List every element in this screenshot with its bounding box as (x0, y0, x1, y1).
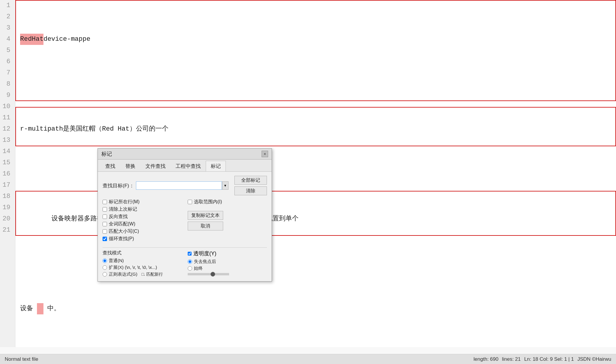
checkbox-reverse-find-input[interactable] (103, 214, 107, 219)
tab-find[interactable]: 查找 (100, 161, 120, 171)
transparency-slider-row[interactable] (188, 273, 267, 275)
code-line-7: 设备 中。 (20, 303, 616, 314)
find-input[interactable] (136, 181, 222, 190)
radio-on-focus-lost[interactable]: 失去焦点后 (188, 259, 267, 264)
length-label: length: 690 (474, 356, 498, 362)
dialog-tabs[interactable]: 查找 替换 文件查找 工程中查找 标记 (98, 160, 272, 172)
checkbox-group: 标记所在行(M) 清除上次标记 反向查找 全词匹配(W) (103, 199, 182, 242)
transparency-checkbox[interactable] (188, 252, 192, 256)
editor-area[interactable]: 12345 678910 1112131415 1617181920 21 Re… (0, 0, 616, 347)
code-line-1: Red Hat device-mappe (20, 34, 616, 45)
radio-always-input[interactable] (188, 266, 192, 271)
status-right: length: 690 lines: 21 Ln: 18 Col: 9 Sel:… (474, 356, 611, 362)
radio-normal-input[interactable] (103, 259, 107, 263)
find-mode-col: 查找模式 普通(N) 扩展(X) (\n, \r, \t, \0, \x...) (103, 250, 182, 277)
mark-dialog[interactable]: 标记 × 查找 替换 文件查找 工程中查找 标记 查找目标(F)： ▼ 全部标记… (98, 148, 272, 282)
tab-file-find[interactable]: 文件查找 (140, 161, 171, 171)
radio-normal[interactable]: 普通(N) (103, 258, 182, 264)
checkbox-in-selection[interactable]: 选取范围内(I) (188, 199, 267, 205)
copy-marked-button[interactable]: 复制标记文本 (188, 211, 223, 220)
tab-project-find[interactable]: 工程中查找 (171, 161, 206, 171)
highlight-span: Hat (32, 34, 44, 45)
checkbox-wrap[interactable]: 循环查找(P) (103, 236, 182, 242)
find-input-group[interactable]: ▼ (136, 181, 228, 190)
checkbox-wrap-input[interactable] (103, 237, 107, 241)
find-target-label: 查找目标(F)： (103, 182, 134, 189)
transparency-radios: 失去焦点后 始终 (188, 259, 267, 271)
radio-extended-input[interactable] (103, 265, 107, 270)
checkbox-in-selection-input[interactable] (188, 200, 192, 204)
checkbox-match-case[interactable]: 匹配大小写(C) (103, 228, 182, 235)
encoding-label: JSDN ©Hairwu (577, 356, 611, 362)
dialog-titlebar[interactable]: 标记 × (98, 149, 272, 160)
find-mode-radios: 普通(N) 扩展(X) (\n, \r, \t, \0, \x...) 正则表达… (103, 258, 182, 277)
checkbox-clear-prev-input[interactable] (103, 207, 107, 212)
options-area: 标记所在行(M) 清除上次标记 反向查找 全词匹配(W) (103, 199, 267, 245)
checkbox-clear-prev[interactable]: 清除上次标记 (103, 206, 182, 212)
action-buttons: 全部标记 清除 (234, 176, 267, 195)
dialog-title: 标记 (101, 150, 112, 157)
find-mode-label: 查找模式 (103, 250, 182, 256)
mark-all-button[interactable]: 全部标记 (234, 176, 267, 185)
checkbox-whole-word[interactable]: 全词匹配(W) (103, 221, 182, 227)
find-mode-row: 查找模式 普通(N) 扩展(X) (\n, \r, \t, \0, \x...) (103, 247, 267, 277)
checkbox-match-case-input[interactable] (103, 229, 107, 234)
checkbox-mark-line[interactable]: 标记所在行(M) (103, 199, 182, 205)
status-bar: Normal text file length: 690 lines: 21 L… (0, 354, 616, 364)
cancel-button[interactable]: 取消 (188, 222, 223, 230)
checkbox-whole-word-input[interactable] (103, 222, 107, 226)
transparency-label: 透明度(Y) (193, 250, 216, 257)
checkbox-mark-line-input[interactable] (103, 200, 107, 204)
transparency-slider-thumb[interactable] (210, 272, 215, 277)
file-type-label: Normal text file (5, 356, 38, 362)
code-line-2 (20, 79, 616, 90)
tab-mark[interactable]: 标记 (206, 161, 226, 171)
lines-label: lines: 21 (502, 356, 521, 362)
dialog-body: 查找目标(F)： ▼ 全部标记 清除 标记所在行(M) (98, 172, 272, 281)
radio-extended[interactable]: 扩展(X) (\n, \r, \t, \0, \x...) (103, 265, 182, 270)
transparency-col: 透明度(Y) 失去焦点后 始终 (188, 250, 267, 277)
transparency-slider[interactable] (188, 273, 229, 275)
radio-regex-input[interactable] (103, 272, 107, 277)
radio-always[interactable]: 始终 (188, 266, 267, 271)
highlight-span: Red (20, 34, 32, 45)
clear-button[interactable]: 清除 (234, 186, 267, 195)
dialog-close-button[interactable]: × (262, 151, 268, 157)
position-label: Ln: 18 Col: 9 Sel: 1 | 1 (524, 356, 574, 362)
status-left: Normal text file (5, 356, 38, 362)
radio-on-focus-lost-input[interactable] (188, 259, 192, 264)
radio-regex[interactable]: 正则表达式(G) □. 匹配新行 (103, 272, 182, 277)
find-dropdown-arrow[interactable]: ▼ (222, 181, 228, 190)
code-line-3: r-multipath是美国红帽（Red Hat）公司的一个 (20, 124, 616, 135)
left-options: 标记所在行(M) 清除上次标记 反向查找 全词匹配(W) (103, 199, 182, 245)
tab-replace[interactable]: 替换 (120, 161, 140, 171)
line-numbers: 12345 678910 1112131415 1617181920 21 (0, 0, 15, 347)
checkbox-reverse-find[interactable]: 反向查找 (103, 214, 182, 220)
right-options: 选取范围内(I) 复制标记文本 取消 (188, 199, 267, 245)
